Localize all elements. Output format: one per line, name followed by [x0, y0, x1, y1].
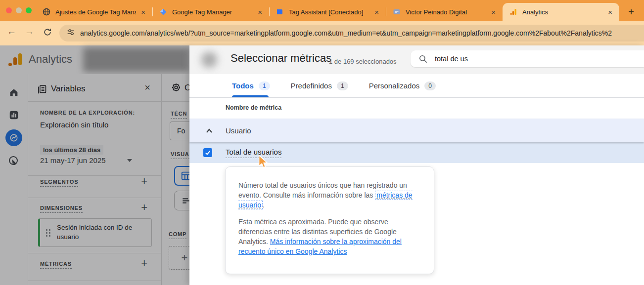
- zoom-window-button[interactable]: [26, 7, 32, 13]
- tab-predefinidos[interactable]: Predefinidos 1: [291, 81, 348, 90]
- dialog-header: Seleccionar métricas 1 de 169 selecciona…: [189, 45, 644, 74]
- back-icon[interactable]: ←: [7, 26, 16, 37]
- close-tab-icon[interactable]: ×: [489, 8, 498, 16]
- modal-scrim: [0, 45, 189, 285]
- tab-badge: 1: [259, 81, 270, 90]
- tab-todos[interactable]: Todos 1: [232, 81, 270, 90]
- search-icon: [418, 54, 428, 64]
- tab-label: Predefinidos: [291, 81, 332, 90]
- minimize-window-button[interactable]: [16, 7, 22, 13]
- analytics-page: Analytics Variables: [0, 45, 644, 285]
- selection-count: 1 de 169 seleccionados: [329, 58, 397, 65]
- redacted-blob: [201, 52, 217, 68]
- metric-group-row[interactable]: Usuario: [189, 119, 644, 142]
- dialog-tabs: Todos 1 Predefinidos 1 Personalizados 0: [189, 74, 644, 98]
- url-text: analytics.google.com/analytics/web/?utm_…: [80, 29, 612, 37]
- tab-google-tag-manager[interactable]: Google Tag Manager ×: [152, 3, 269, 21]
- column-header: Nombre de métrica: [226, 104, 281, 111]
- close-tab-icon[interactable]: ×: [606, 8, 614, 16]
- mouse-cursor-icon: [258, 155, 271, 172]
- group-label: Usuario: [226, 126, 251, 135]
- tab-label: Todos: [232, 81, 254, 90]
- tab-title: Victor Peinado Digital: [406, 8, 486, 16]
- tooltip-text-end: .: [263, 201, 265, 209]
- tab-victor-peinado[interactable]: Victor Peinado Digital ×: [386, 3, 503, 21]
- window-controls: [6, 7, 32, 13]
- screen: Ajustes de Google Tag Manag × Google Tag…: [0, 0, 644, 285]
- dialog-title: Seleccionar métricas: [230, 52, 331, 65]
- browser-urlbar: ← → analytics.google.com/analytics/web/?…: [0, 21, 644, 45]
- tab-gtm-settings[interactable]: Ajustes de Google Tag Manag ×: [36, 3, 152, 21]
- close-window-button[interactable]: [6, 7, 12, 13]
- checkbox-checked-icon[interactable]: [203, 148, 212, 157]
- tag-assistant-icon: [276, 8, 284, 16]
- site-settings-icon[interactable]: [66, 28, 75, 39]
- tabstrip: Ajustes de Google Tag Manag × Google Tag…: [36, 0, 638, 21]
- gtm-diamond-icon: [159, 8, 167, 16]
- tab-title: Google Tag Manager: [172, 8, 253, 16]
- browser-tabbar: Ajustes de Google Tag Manag × Google Tag…: [0, 0, 644, 21]
- active-tab-indicator: [232, 95, 269, 97]
- tab-personalizados[interactable]: Personalizados 0: [369, 81, 436, 90]
- site-favicon-icon: [393, 8, 401, 16]
- tooltip-paragraph-2: Esta métrica es aproximada. Puede que ob…: [238, 217, 421, 256]
- tooltip-paragraph-1: Número total de usuarios únicos que han …: [238, 180, 421, 210]
- tab-badge: 1: [337, 81, 348, 90]
- tab-tag-assistant[interactable]: Tag Assistant [Conectado] ×: [269, 3, 386, 21]
- url-field[interactable]: analytics.google.com/analytics/web/?utm_…: [59, 25, 644, 41]
- tab-label: Personalizados: [369, 81, 420, 90]
- tab-badge: 0: [424, 81, 436, 90]
- forward-icon[interactable]: →: [25, 26, 34, 37]
- reload-icon[interactable]: [43, 27, 52, 40]
- metric-label: Total de usuarios: [226, 148, 281, 158]
- analytics-favicon-icon: [509, 8, 517, 16]
- metric-searchbox[interactable]: [411, 50, 644, 67]
- tab-analytics-active[interactable]: Analytics ×: [503, 3, 619, 21]
- tab-title: Tag Assistant [Conectado]: [289, 8, 369, 16]
- tab-title: Ajustes de Google Tag Manag: [55, 8, 136, 16]
- new-tab-button[interactable]: +: [624, 5, 638, 19]
- chevron-up-icon[interactable]: [204, 126, 214, 138]
- select-metrics-dialog: Seleccionar métricas 1 de 169 selecciona…: [189, 45, 644, 285]
- close-tab-icon[interactable]: ×: [139, 8, 147, 16]
- close-tab-icon[interactable]: ×: [372, 8, 381, 16]
- close-tab-icon[interactable]: ×: [256, 8, 264, 16]
- globe-icon: [43, 8, 50, 16]
- tab-title: Analytics: [522, 8, 603, 16]
- metric-tooltip: Número total de usuarios únicos que han …: [225, 166, 434, 274]
- search-input[interactable]: [435, 55, 644, 63]
